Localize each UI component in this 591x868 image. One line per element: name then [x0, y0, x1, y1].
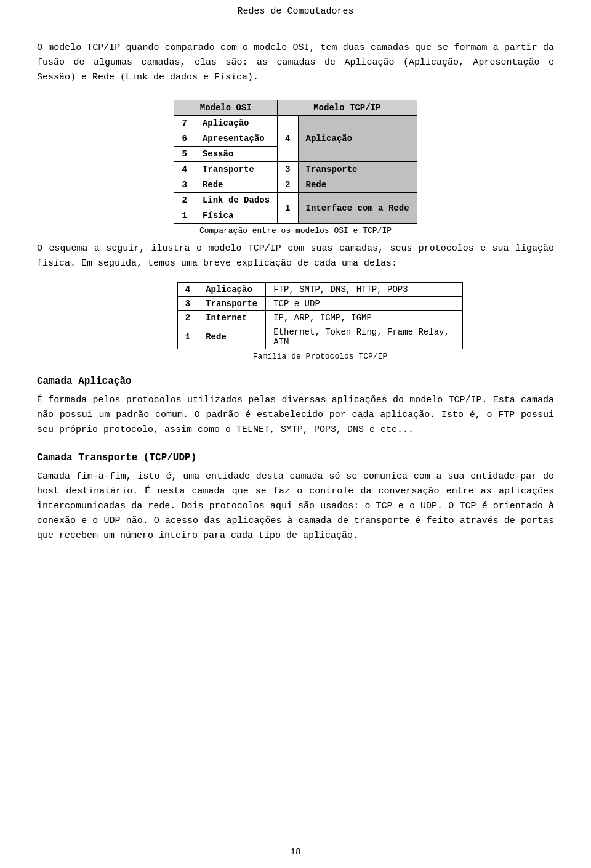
osi-tcp-table: Modelo OSI Modelo TCP/IP 7 Aplicação 4 A…: [174, 100, 417, 224]
page-number: 18: [291, 847, 301, 857]
tcp-label: Aplicação: [298, 116, 417, 162]
osi-num: 6: [174, 131, 195, 147]
intro-paragraph: O modelo TCP/IP quando comparado com o m…: [37, 41, 554, 85]
osi-header: Modelo OSI: [174, 100, 278, 116]
proto-value: Ethernet, Token Ring, Frame Relay, ATM: [266, 325, 463, 349]
tcp-num: 1: [278, 193, 298, 224]
table-row: 4 Aplicação FTP, SMTP, DNS, HTTP, POP3: [177, 283, 462, 297]
page-content: O modelo TCP/IP quando comparado com o m…: [0, 22, 591, 589]
proto-label: Internet: [198, 311, 266, 325]
proto-num: 1: [177, 325, 198, 349]
proto-label: Transporte: [198, 297, 266, 311]
proto-table-caption: Família de Protocolos TCP/IP: [253, 352, 387, 361]
tcp-num: 4: [278, 116, 298, 162]
tcp-label: Interface com a Rede: [298, 193, 417, 224]
proto-label: Aplicação: [198, 283, 266, 297]
proto-value: FTP, SMTP, DNS, HTTP, POP3: [266, 283, 463, 297]
table-row: 7 Aplicação 4 Aplicação: [174, 116, 417, 131]
schema-paragraph: O esquema a seguir, ilustra o modelo TCP…: [37, 241, 554, 271]
page-title: Redes de Computadores: [237, 6, 353, 17]
proto-num: 2: [177, 311, 198, 325]
page-wrapper: Redes de Computadores O modelo TCP/IP qu…: [0, 0, 591, 868]
tcp-label: Transporte: [298, 162, 417, 177]
proto-table: 4 Aplicação FTP, SMTP, DNS, HTTP, POP3 3…: [177, 282, 463, 349]
osi-table-caption: Comparação entre os modelos OSI e TCP/IP: [199, 226, 392, 235]
table-row: 4 Transporte 3 Transporte: [174, 162, 417, 177]
proto-table-wrapper: 4 Aplicação FTP, SMTP, DNS, HTTP, POP3 3…: [86, 282, 554, 361]
comparison-table-wrapper: Modelo OSI Modelo TCP/IP 7 Aplicação 4 A…: [37, 100, 554, 235]
osi-label: Rede: [195, 177, 277, 193]
osi-label: Sessão: [195, 147, 277, 162]
page-footer: 18: [0, 847, 591, 857]
osi-num: 3: [174, 177, 195, 193]
osi-label: Transporte: [195, 162, 277, 177]
osi-label: Apresentação: [195, 131, 277, 147]
section-aplicacao: Camada Aplicação É formada pelos protoco…: [37, 376, 554, 437]
section-para-aplicacao: É formada pelos protocolos utilizados pe…: [37, 393, 554, 437]
osi-label: Aplicação: [195, 116, 277, 131]
tcp-num: 3: [278, 162, 298, 177]
proto-num: 4: [177, 283, 198, 297]
section-para-transporte: Camada fim-a-fim, isto é, uma entidade d…: [37, 469, 554, 543]
osi-num: 7: [174, 116, 195, 131]
tcp-num: 2: [278, 177, 298, 193]
proto-label: Rede: [198, 325, 266, 349]
osi-num: 4: [174, 162, 195, 177]
proto-num: 3: [177, 297, 198, 311]
table-row: 3 Transporte TCP e UDP: [177, 297, 462, 311]
table-row: 2 Internet IP, ARP, ICMP, IGMP: [177, 311, 462, 325]
section-transporte: Camada Transporte (TCP/UDP) Camada fim-a…: [37, 452, 554, 543]
osi-num: 2: [174, 193, 195, 208]
table-row: 2 Link de Dados 1 Interface com a Rede: [174, 193, 417, 208]
osi-label: Link de Dados: [195, 193, 277, 208]
table-row: 1 Rede Ethernet, Token Ring, Frame Relay…: [177, 325, 462, 349]
section-heading-transporte: Camada Transporte (TCP/UDP): [37, 452, 554, 463]
proto-value: IP, ARP, ICMP, IGMP: [266, 311, 463, 325]
osi-num: 5: [174, 147, 195, 162]
page-header: Redes de Computadores: [0, 0, 591, 22]
osi-label: Física: [195, 208, 277, 224]
section-heading-aplicacao: Camada Aplicação: [37, 376, 554, 387]
tcp-header: Modelo TCP/IP: [278, 100, 417, 116]
table-row: 3 Rede 2 Rede: [174, 177, 417, 193]
tcp-label: Rede: [298, 177, 417, 193]
osi-num: 1: [174, 208, 195, 224]
proto-value: TCP e UDP: [266, 297, 463, 311]
